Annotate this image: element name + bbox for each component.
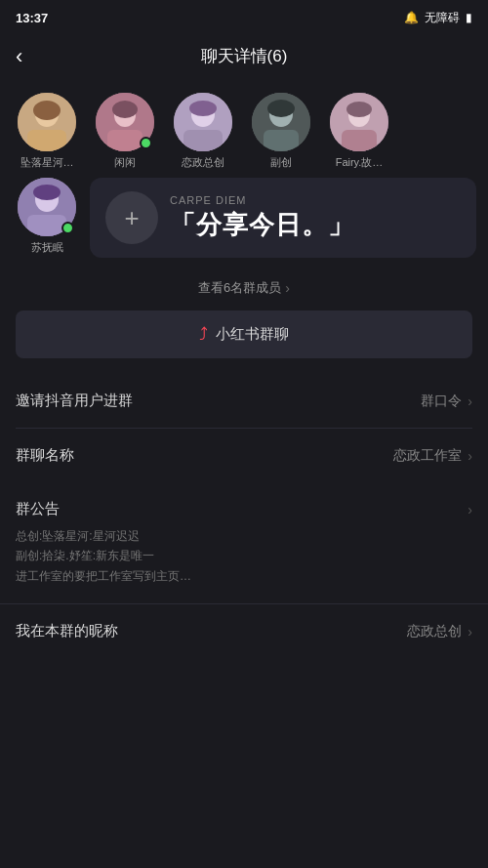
online-dot-2: [140, 137, 152, 149]
svg-point-15: [267, 100, 295, 117]
avatar-item-3[interactable]: 恋政总创: [168, 93, 238, 170]
chevron-right-icon-nickname: ›: [468, 624, 472, 640]
avatar-wrapper-4: [252, 93, 310, 151]
svg-point-11: [189, 101, 217, 116]
back-button[interactable]: ‹: [16, 44, 22, 69]
online-dot-6: [61, 222, 74, 234]
group-motto: CARPE DIEM 「分享今日。」: [170, 194, 354, 242]
svg-point-19: [346, 102, 372, 117]
group-motto-sub: CARPE DIEM: [170, 194, 354, 206]
svg-point-23: [33, 185, 61, 200]
notice-section: 群公告 › 总创:坠落星河:星河迟迟副创:拾柒.妤笙:新东是唯一进工作室的要把工…: [0, 482, 488, 604]
settings-list-2: 我在本群的昵称 恋政总创 ›: [0, 604, 488, 658]
group-info-card: + CARPE DIEM 「分享今日。」: [90, 178, 476, 258]
avatar-name-3: 恋政总创: [182, 155, 224, 170]
svg-rect-22: [27, 215, 66, 236]
notice-title: 群公告: [16, 500, 60, 518]
notification-icon: 🔔: [404, 11, 419, 24]
avatar-wrapper-1: [18, 93, 76, 151]
settings-label-groupname: 群聊名称: [16, 446, 74, 465]
avatar-wrapper-5: [330, 93, 388, 151]
chevron-right-icon-notice: ›: [468, 502, 472, 517]
svg-rect-14: [264, 130, 299, 151]
settings-value-row-invite: 群口令 ›: [421, 393, 472, 410]
chevron-right-icon-groupname: ›: [468, 448, 472, 464]
xhs-button-label: 小红书群聊: [216, 325, 289, 344]
avatar-item-4[interactable]: 副创: [246, 93, 316, 170]
svg-rect-18: [342, 130, 377, 151]
group-motto-main: 「分享今日。」: [170, 208, 354, 242]
settings-label-nickname: 我在本群的昵称: [16, 622, 118, 641]
add-member-button[interactable]: +: [105, 191, 158, 244]
avatar-name-2: 闲闲: [114, 155, 136, 170]
avatar-item-1[interactable]: 坠落星河…: [12, 93, 82, 170]
avatar-item-5[interactable]: Fairy.故…: [324, 93, 394, 170]
xhs-button[interactable]: ⤴ 小红书群聊: [16, 310, 472, 358]
settings-value-invite: 群口令: [421, 393, 462, 410]
status-bar: 13:37 🔔 无障碍 ▮: [0, 0, 488, 35]
settings-value-row-nickname: 恋政总创 ›: [407, 623, 472, 641]
avatar-name-6: 苏抚眠: [31, 240, 63, 255]
avatar-img-5: [330, 93, 388, 151]
chevron-right-icon-invite: ›: [468, 393, 472, 409]
avatar-name-5: Fairy.故…: [336, 155, 384, 170]
page-header: ‹ 聊天详情(6): [0, 35, 488, 77]
settings-item-nickname[interactable]: 我在本群的昵称 恋政总创 ›: [16, 604, 472, 658]
avatar-item-6[interactable]: 苏抚眠: [12, 178, 82, 255]
settings-list: 邀请抖音用户进群 群口令 › 群聊名称 恋政工作室 ›: [0, 374, 488, 482]
notice-text: 总创:坠落星河:星河迟迟副创:拾柒.妤笙:新东是唯一进工作室的要把工作室写到主页…: [16, 526, 472, 586]
members-link[interactable]: 查看6名群成员 ›: [0, 269, 488, 307]
settings-value-nickname: 恋政总创: [407, 623, 462, 641]
avatar-name-4: 副创: [270, 155, 292, 170]
battery-icon: ▮: [466, 11, 472, 24]
no-distract-label: 无障碍: [425, 10, 460, 26]
avatar-row-top: 坠落星河… 闲闲: [0, 77, 488, 178]
members-link-text: 查看6名群成员: [198, 279, 281, 297]
status-time: 13:37: [16, 11, 48, 25]
svg-point-3: [33, 101, 61, 120]
avatar-img-4: [252, 93, 310, 151]
settings-value-groupname: 恋政工作室: [393, 447, 462, 465]
svg-rect-6: [107, 130, 142, 151]
avatar-wrapper-6: [18, 178, 76, 236]
avatar-wrapper-2: [96, 93, 154, 151]
settings-value-row-groupname: 恋政工作室 ›: [393, 447, 472, 465]
avatar-item-2[interactable]: 闲闲: [90, 93, 160, 170]
avatar-img-1: [18, 93, 76, 151]
chevron-right-icon: ›: [285, 280, 290, 296]
avatar-name-1: 坠落星河…: [20, 155, 74, 170]
avatar-img-3: [174, 93, 232, 151]
settings-item-invite[interactable]: 邀请抖音用户进群 群口令 ›: [16, 374, 472, 429]
share-icon: ⤴: [199, 324, 208, 345]
status-icons: 🔔 无障碍 ▮: [404, 10, 472, 26]
svg-rect-10: [183, 130, 223, 151]
svg-point-7: [112, 101, 138, 118]
notice-header[interactable]: 群公告 ›: [16, 500, 472, 518]
settings-item-groupname[interactable]: 群聊名称 恋政工作室 ›: [16, 429, 472, 482]
page-title: 聊天详情(6): [201, 45, 288, 67]
svg-rect-2: [27, 130, 66, 151]
second-row: 苏抚眠 + CARPE DIEM 「分享今日。」: [0, 178, 488, 269]
avatar-wrapper-3: [174, 93, 232, 151]
settings-label-invite: 邀请抖音用户进群: [16, 392, 133, 410]
